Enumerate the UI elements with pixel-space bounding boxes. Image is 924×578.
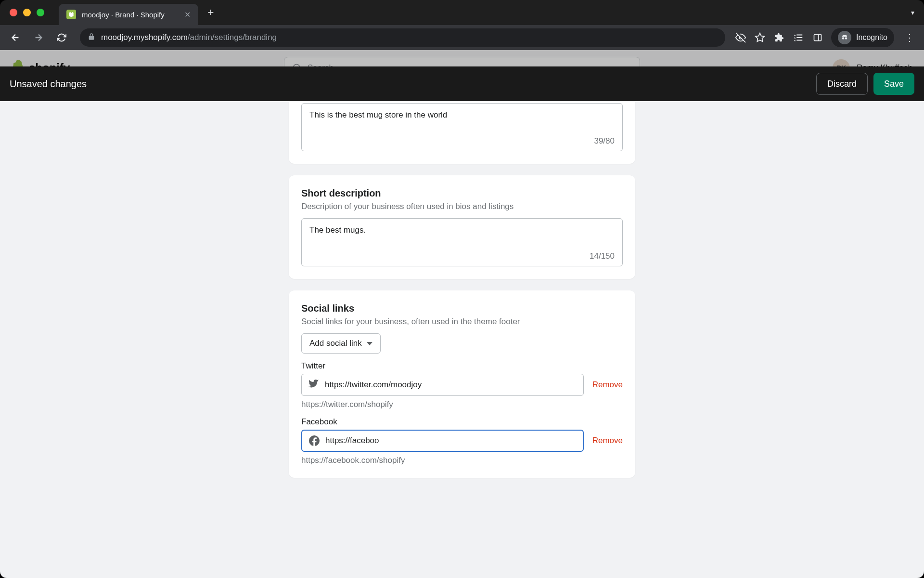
facebook-input-wrap — [301, 430, 584, 452]
tab-title: moodjoy · Brand · Shopify — [82, 11, 179, 19]
reading-list-icon[interactable] — [793, 32, 804, 43]
facebook-remove-button[interactable]: Remove — [592, 436, 623, 446]
social-links-subtitle: Social links for your business, often us… — [301, 317, 623, 327]
facebook-hint: https://facebook.com/shopify — [301, 456, 623, 465]
chevron-down-icon — [367, 342, 372, 345]
short-description-char-count: 14/150 — [590, 251, 615, 261]
social-links-title: Social links — [301, 303, 623, 314]
facebook-input[interactable] — [325, 436, 576, 446]
svg-marker-0 — [756, 33, 764, 41]
url-text: moodjoy.myshopify.com/admin/settings/bra… — [101, 33, 277, 42]
unsaved-message: Unsaved changes — [10, 79, 87, 90]
lock-icon — [88, 33, 95, 42]
short-description-subtitle: Description of your business often used … — [301, 202, 623, 211]
short-description-card: Short description Description of your bu… — [289, 175, 635, 279]
url-host: moodjoy.myshopify.com — [101, 33, 188, 42]
address-bar[interactable]: moodjoy.myshopify.com/admin/settings/bra… — [80, 28, 725, 47]
slogan-char-count: 39/80 — [594, 136, 615, 146]
short-description-title: Short description — [301, 188, 623, 199]
facebook-icon — [309, 435, 320, 446]
tab-close-button[interactable]: ✕ — [184, 10, 191, 19]
svg-point-3 — [842, 37, 845, 39]
window-minimize-button[interactable] — [23, 9, 31, 16]
svg-rect-1 — [814, 34, 821, 40]
window-controls — [10, 9, 44, 16]
twitter-input[interactable] — [325, 380, 577, 390]
star-icon[interactable] — [754, 32, 766, 43]
side-panel-icon[interactable] — [812, 32, 823, 43]
browser-menu-button[interactable]: ⋮ — [902, 32, 917, 43]
add-social-link-label: Add social link — [309, 339, 362, 348]
svg-point-4 — [845, 37, 847, 39]
browser-toolbar: moodjoy.myshopify.com/admin/settings/bra… — [0, 25, 924, 50]
facebook-label: Facebook — [301, 417, 623, 427]
browser-tab-strip: moodjoy · Brand · Shopify ✕ + ▾ — [0, 0, 924, 25]
new-tab-button[interactable]: + — [202, 4, 219, 21]
app-viewport: shopify Search RK Ramy Khuffash Unsaved … — [0, 50, 924, 578]
twitter-label: Twitter — [301, 361, 623, 371]
save-button[interactable]: Save — [873, 73, 914, 95]
shopify-favicon-icon — [66, 10, 76, 19]
twitter-icon — [308, 380, 319, 390]
social-links-card: Social links Social links for your busin… — [289, 290, 635, 478]
toolbar-right: Incognito ⋮ — [735, 28, 917, 47]
browser-tab[interactable]: moodjoy · Brand · Shopify ✕ — [59, 4, 198, 25]
twitter-hint: https://twitter.com/shopify — [301, 400, 623, 409]
short-description-textarea-wrap: 14/150 — [301, 218, 623, 266]
incognito-icon — [838, 31, 851, 44]
twitter-input-wrap — [301, 374, 584, 396]
slogan-textarea-wrap: 39/80 — [301, 103, 623, 151]
window-close-button[interactable] — [10, 9, 17, 16]
incognito-badge[interactable]: Incognito — [831, 28, 894, 47]
slogan-card: 39/80 — [289, 101, 635, 164]
settings-content: 39/80 Short description Description of y… — [0, 101, 924, 578]
forward-button[interactable] — [30, 29, 47, 46]
short-description-textarea[interactable] — [302, 219, 622, 252]
unsaved-changes-bar: Unsaved changes Discard Save — [0, 66, 924, 101]
slogan-textarea[interactable] — [302, 104, 622, 137]
reload-button[interactable] — [53, 29, 70, 46]
window-maximize-button[interactable] — [37, 9, 44, 16]
tabs-overflow-icon[interactable]: ▾ — [911, 9, 914, 16]
incognito-label: Incognito — [856, 33, 887, 42]
discard-button[interactable]: Discard — [816, 73, 868, 95]
add-social-link-button[interactable]: Add social link — [301, 333, 381, 354]
back-button[interactable] — [7, 29, 24, 46]
extensions-icon[interactable] — [773, 32, 785, 43]
twitter-remove-button[interactable]: Remove — [592, 380, 623, 390]
eye-off-icon[interactable] — [735, 32, 746, 43]
url-path: /admin/settings/branding — [188, 33, 277, 42]
